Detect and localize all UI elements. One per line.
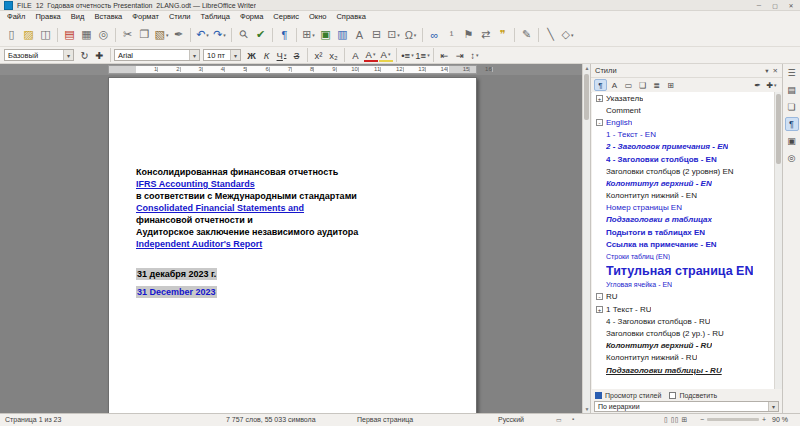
style-item[interactable]: -RU (592, 291, 774, 303)
style-item[interactable]: 4 - Заголовки столбцов - RU (592, 315, 774, 327)
insert-field-icon[interactable]: ⊡ (386, 26, 402, 43)
menu-insert[interactable]: Вставка (89, 11, 127, 23)
superscript-icon[interactable]: x² (312, 48, 326, 62)
menu-tools[interactable]: Сервис (268, 11, 304, 23)
zoom-out-icon[interactable]: − (700, 416, 704, 423)
bullet-list-icon[interactable]: •≡ (401, 48, 415, 62)
chevron-down-icon[interactable] (189, 50, 199, 60)
status-zoom-level[interactable]: 90 % (772, 416, 788, 423)
special-character-icon[interactable]: Ω (403, 26, 419, 43)
document-text-run[interactable] (136, 250, 476, 268)
chevron-down-icon[interactable] (63, 50, 73, 60)
insert-image-icon[interactable]: ▣ (318, 26, 334, 43)
style-item[interactable]: Comment (592, 104, 774, 116)
scrollbar-thumb[interactable] (584, 74, 589, 120)
paragraph-style-select[interactable]: Базовый (4, 49, 74, 61)
list-styles-icon[interactable]: ≣ (650, 79, 663, 91)
fill-format-mode-icon[interactable]: ✒ (751, 79, 764, 91)
export-pdf-icon[interactable]: ▤ (62, 26, 78, 43)
insert-hyperlink-icon[interactable]: ∞ (427, 26, 443, 43)
panel-close-icon[interactable]: ✕ (773, 67, 778, 75)
menu-styles[interactable]: Стили (164, 11, 196, 23)
styles-scrollbar[interactable] (774, 92, 782, 389)
cross-reference-icon[interactable]: ⇄ (478, 26, 494, 43)
multi-page-view-icon[interactable]: ▯▯ (671, 416, 679, 424)
style-item[interactable]: Подзаголовки таблицы - RU (592, 364, 774, 376)
strikethrough-icon[interactable]: З (290, 48, 304, 62)
chevron-down-icon[interactable] (768, 402, 778, 411)
style-item[interactable]: Заголовки столбцов (2 уровня) EN (592, 165, 774, 177)
formatting-marks-icon[interactable]: ¶ (277, 26, 293, 43)
document-text-run[interactable]: IFRS Accounting Standards (136, 178, 255, 190)
tree-toggle-icon[interactable]: - (596, 293, 603, 300)
document-text-run[interactable]: 31 декабря 2023 г. (136, 268, 217, 280)
style-item[interactable]: Заголовки столбцов (2 ур.) - RU (592, 327, 774, 339)
insert-bookmark-icon[interactable]: ⚑ (461, 26, 477, 43)
document-text-run[interactable]: Аудиторское заключение независимого ауди… (136, 226, 358, 238)
bold-icon[interactable]: Ж (245, 48, 259, 62)
menu-file[interactable]: Файл (2, 11, 30, 23)
numbered-list-icon[interactable]: 1≡ (416, 48, 430, 62)
style-item[interactable]: Строки таблиц (EN) (592, 250, 774, 262)
tree-toggle-icon[interactable]: - (596, 119, 603, 126)
table-styles-icon[interactable]: ⊞ (664, 79, 677, 91)
style-item[interactable]: Титульная страница EN (592, 263, 774, 279)
style-item[interactable]: Колонтитул верхний - EN (592, 177, 774, 189)
sidebar-settings-icon[interactable]: ☰ (785, 66, 799, 80)
paste-icon[interactable]: ▧ (154, 26, 170, 43)
open-icon[interactable]: ▨ (21, 26, 37, 43)
menu-window[interactable]: Окно (304, 11, 331, 23)
character-styles-icon[interactable]: A (608, 79, 621, 91)
basic-shapes-icon[interactable]: ◇ (560, 26, 576, 43)
update-style-icon[interactable]: ↻ (78, 48, 92, 62)
decrease-indent-icon[interactable]: ⇤ (438, 48, 452, 62)
new-style-from-selection-icon[interactable]: ✚ (765, 79, 778, 91)
print-icon[interactable]: ▦ (79, 26, 95, 43)
preview-styles-checkbox[interactable]: Просмотр стилей (595, 392, 661, 399)
status-language[interactable]: Русский (498, 416, 524, 423)
menu-table[interactable]: Таблица (196, 11, 235, 23)
style-item[interactable]: Колонтитул нижний - EN (592, 190, 774, 202)
print-preview-icon[interactable]: ◎ (96, 26, 112, 43)
highlight-color-icon[interactable]: A (379, 48, 393, 62)
save-icon[interactable]: ◫ (38, 26, 54, 43)
horizontal-ruler[interactable]: 12345678910111213141516 (0, 64, 582, 75)
menu-help[interactable]: Справка (331, 11, 370, 23)
document-text-run[interactable]: Consolidated Financial Statements and (136, 202, 304, 214)
document-text-run[interactable]: Консолидированная финансовая отчетность (136, 166, 338, 178)
ruler-bar[interactable]: 12345678910111213141516 (108, 65, 477, 74)
close-button[interactable]: ✕ (786, 2, 796, 9)
gallery-deck-icon[interactable]: ▣ (785, 134, 799, 148)
spotlight-checkbox[interactable]: Подсветить (669, 392, 717, 399)
copy-icon[interactable]: ❐ (137, 26, 153, 43)
menu-format[interactable]: Формат (127, 11, 164, 23)
status-page-number[interactable]: Страница 1 из 23 (5, 416, 61, 423)
styles-deck-icon[interactable]: ¶ (785, 117, 799, 131)
document-text-run[interactable]: 31 December 2023 (136, 286, 217, 298)
insert-textbox-icon[interactable]: A (352, 26, 368, 43)
navigator-deck-icon[interactable]: ◎ (785, 151, 799, 165)
font-color-icon[interactable]: A (364, 48, 378, 62)
style-item[interactable]: 4 - Заголовки столбцов - EN (592, 153, 774, 165)
page-styles-icon[interactable]: ❏ (636, 79, 649, 91)
undo-icon[interactable]: ↶ (195, 26, 211, 43)
tree-toggle-icon[interactable]: + (596, 95, 603, 102)
document-text-run[interactable]: Independent Auditor's Report (136, 238, 262, 250)
selection-mode-icon[interactable]: ▭ (556, 416, 562, 423)
document-modified-icon[interactable]: ▪ (572, 416, 574, 422)
style-item[interactable]: +1 Текст - RU (592, 303, 774, 315)
font-size-select[interactable]: 10 пт (203, 49, 241, 61)
chevron-down-icon[interactable] (230, 50, 240, 60)
paragraph-styles-icon[interactable]: ¶ (594, 79, 607, 91)
style-item[interactable]: 1 - Текст - EN (592, 129, 774, 141)
style-item[interactable]: Угловая ячейка - EN (592, 279, 774, 291)
menu-view[interactable]: Вид (66, 11, 90, 23)
insert-footnote-icon[interactable]: ¹ (444, 26, 460, 43)
insert-line-icon[interactable]: ╲ (543, 26, 559, 43)
tree-toggle-icon[interactable]: + (596, 306, 603, 313)
frame-styles-icon[interactable]: ▭ (622, 79, 635, 91)
insert-table-icon[interactable]: ⊞ (301, 26, 317, 43)
new-document-icon[interactable]: ▯ (4, 26, 20, 43)
single-page-view-icon[interactable]: ▯ (664, 416, 668, 424)
status-word-count[interactable]: 7 757 слов, 55 033 символа (226, 416, 316, 423)
